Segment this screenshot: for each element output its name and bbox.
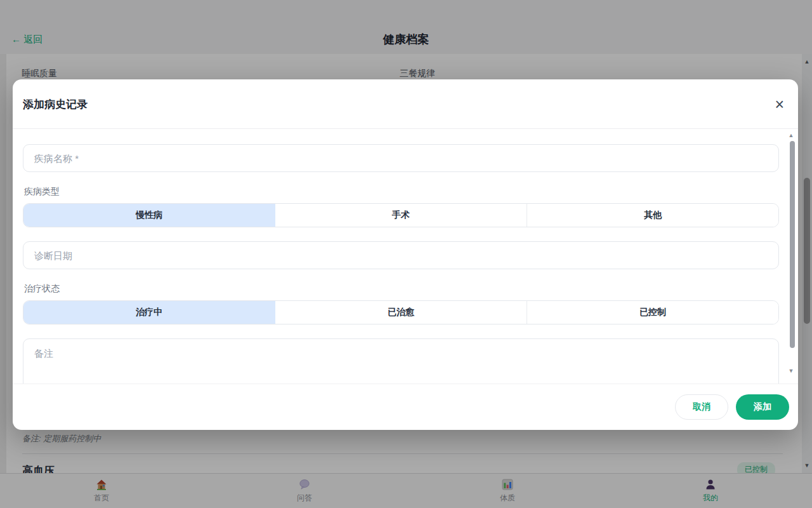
dialog-footer: 取消 添加 [13,384,798,429]
segment-controlled[interactable]: 已控制 [527,301,778,324]
diagnosis-date-input[interactable] [23,241,779,269]
dialog-body: 疾病类型 慢性病 手术 其他 治疗状态 治疗中 已治愈 已控制 [13,129,798,384]
disease-type-segmented-control: 慢性病 手术 其他 [23,203,779,227]
segment-other[interactable]: 其他 [527,204,778,227]
treatment-status-segmented-control: 治疗中 已治愈 已控制 [23,300,779,324]
dialog-title: 添加病史记录 [23,97,88,111]
cancel-button[interactable]: 取消 [675,394,728,420]
close-icon[interactable]: × [775,96,784,112]
dialog-scrollbar-thumb[interactable] [790,141,795,348]
segment-cured[interactable]: 已治愈 [275,301,527,324]
segment-chronic[interactable]: 慢性病 [23,204,275,227]
dialog-header: 添加病史记录 × [13,79,798,129]
notes-textarea[interactable] [23,338,779,384]
segment-in-treatment[interactable]: 治疗中 [23,301,275,324]
segment-surgery[interactable]: 手术 [275,204,527,227]
treatment-status-label: 治疗状态 [24,283,779,295]
dialog-scroll-up-icon[interactable]: ▲ [787,131,796,139]
dialog-scroll-down-icon[interactable]: ▼ [787,367,796,375]
add-button[interactable]: 添加 [736,394,789,420]
disease-type-label: 疾病类型 [24,186,779,197]
disease-name-input[interactable] [23,144,779,172]
add-medical-history-dialog: 添加病史记录 × 疾病类型 慢性病 手术 其他 治疗状态 治疗中 已治愈 已控制… [13,79,798,430]
